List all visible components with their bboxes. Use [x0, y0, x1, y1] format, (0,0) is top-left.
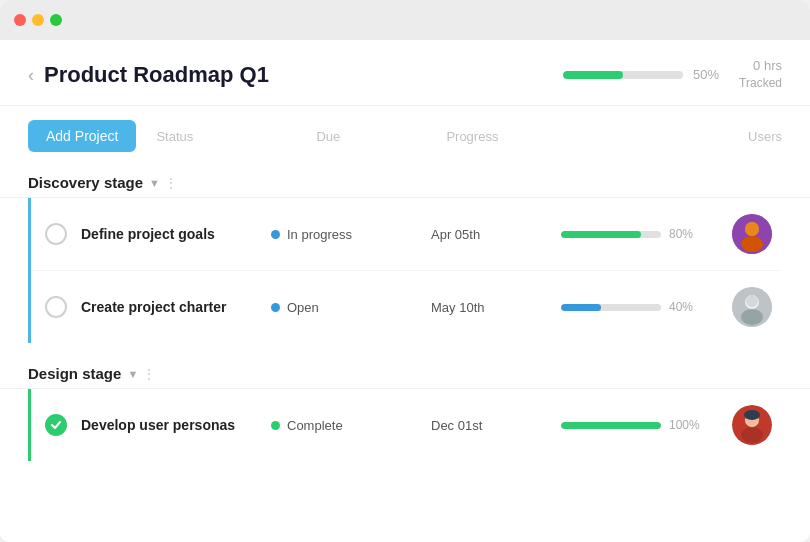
- col-header-due: Due: [316, 129, 446, 144]
- status-dot-3: [271, 421, 280, 430]
- header-progress-area: 50%: [563, 67, 719, 82]
- stage-title-design: Design stage: [28, 365, 121, 382]
- task-status-1: In progress: [271, 227, 431, 242]
- maximize-button[interactable]: [50, 14, 62, 26]
- task-user-1: [721, 214, 772, 254]
- task-due-2: May 10th: [431, 300, 561, 315]
- col-headers: Add Project Status Due Progress Users: [0, 106, 810, 160]
- task-checkbox-2[interactable]: [45, 296, 67, 318]
- traffic-lights: [14, 14, 62, 26]
- task-list-design: Develop user personas Complete Dec 01st …: [28, 389, 782, 461]
- avatar-3: [732, 405, 772, 445]
- svg-point-3: [745, 222, 759, 236]
- task-progress-fill-2: [561, 304, 601, 311]
- task-name-2: Create project charter: [81, 299, 271, 315]
- back-button[interactable]: ‹: [28, 66, 34, 84]
- svg-point-10: [741, 427, 763, 443]
- stage-header-design: Design stage ▼ ⋮: [0, 351, 810, 388]
- task-progress-fill-1: [561, 231, 641, 238]
- stage-title-discovery: Discovery stage: [28, 174, 143, 191]
- header-progress-fill: [563, 71, 623, 79]
- task-user-2: [721, 287, 772, 327]
- task-checkbox-1[interactable]: [45, 223, 67, 245]
- task-name-1: Define project goals: [81, 226, 271, 242]
- svg-point-12: [744, 410, 760, 420]
- avatar-image-1: [732, 214, 772, 254]
- task-progress-2: 40%: [561, 300, 721, 314]
- col-header-status: Status: [156, 129, 316, 144]
- page-header: ‹ Product Roadmap Q1 50% 0 hrs Tracked: [0, 40, 810, 106]
- checkmark-icon: [50, 419, 62, 431]
- task-list-discovery: Define project goals In progress Apr 05t…: [28, 198, 782, 343]
- chevron-down-icon-design[interactable]: ▼: [127, 368, 138, 380]
- close-button[interactable]: [14, 14, 26, 26]
- task-due-1: Apr 05th: [431, 227, 561, 242]
- task-due-3: Dec 01st: [431, 418, 561, 433]
- task-progress-1: 80%: [561, 227, 721, 241]
- main-content: ‹ Product Roadmap Q1 50% 0 hrs Tracked A…: [0, 40, 810, 542]
- avatar-1: [732, 214, 772, 254]
- stage-header-discovery: Discovery stage ▼ ⋮: [0, 160, 810, 197]
- header-progress-pct: 50%: [693, 67, 719, 82]
- task-checkbox-3[interactable]: [45, 414, 67, 436]
- avatar-image-3: [732, 405, 772, 445]
- task-progress-pct-2: 40%: [669, 300, 705, 314]
- task-progress-fill-3: [561, 422, 661, 429]
- task-progress-bar-2: [561, 304, 661, 311]
- avatar-image-2: [732, 287, 772, 327]
- tracked-section: 0 hrs Tracked: [739, 58, 782, 91]
- minimize-button[interactable]: [32, 14, 44, 26]
- status-dot-2: [271, 303, 280, 312]
- status-dot-1: [271, 230, 280, 239]
- status-text-1: In progress: [287, 227, 352, 242]
- task-user-3: [721, 405, 772, 445]
- header-progress-bar: [563, 71, 683, 79]
- table-row: Create project charter Open May 10th 40%: [31, 271, 782, 343]
- col-header-labels: Status Due Progress Users: [156, 129, 782, 144]
- col-header-progress: Progress: [446, 129, 606, 144]
- task-progress-bar-1: [561, 231, 661, 238]
- stage-menu-discovery[interactable]: ⋮: [164, 175, 179, 191]
- status-text-3: Complete: [287, 418, 343, 433]
- task-progress-pct-3: 100%: [669, 418, 705, 432]
- task-status-3: Complete: [271, 418, 431, 433]
- task-progress-pct-1: 80%: [669, 227, 705, 241]
- svg-point-7: [746, 295, 758, 307]
- add-project-button[interactable]: Add Project: [28, 120, 136, 152]
- titlebar: [0, 0, 810, 40]
- task-name-3: Develop user personas: [81, 417, 271, 433]
- status-text-2: Open: [287, 300, 319, 315]
- tracked-hrs: 0 hrs: [739, 58, 782, 73]
- task-progress-3: 100%: [561, 418, 721, 432]
- stage-menu-design[interactable]: ⋮: [142, 366, 157, 382]
- app-window: ‹ Product Roadmap Q1 50% 0 hrs Tracked A…: [0, 0, 810, 542]
- svg-point-6: [741, 309, 763, 325]
- task-status-2: Open: [271, 300, 431, 315]
- table-row: Develop user personas Complete Dec 01st …: [31, 389, 782, 461]
- page-title: Product Roadmap Q1: [44, 62, 563, 88]
- svg-point-2: [741, 236, 763, 252]
- chevron-down-icon-discovery[interactable]: ▼: [149, 177, 160, 189]
- col-header-users: Users: [606, 129, 782, 144]
- avatar-2: [732, 287, 772, 327]
- task-progress-bar-3: [561, 422, 661, 429]
- table-row: Define project goals In progress Apr 05t…: [31, 198, 782, 271]
- tracked-label: Tracked: [739, 76, 782, 90]
